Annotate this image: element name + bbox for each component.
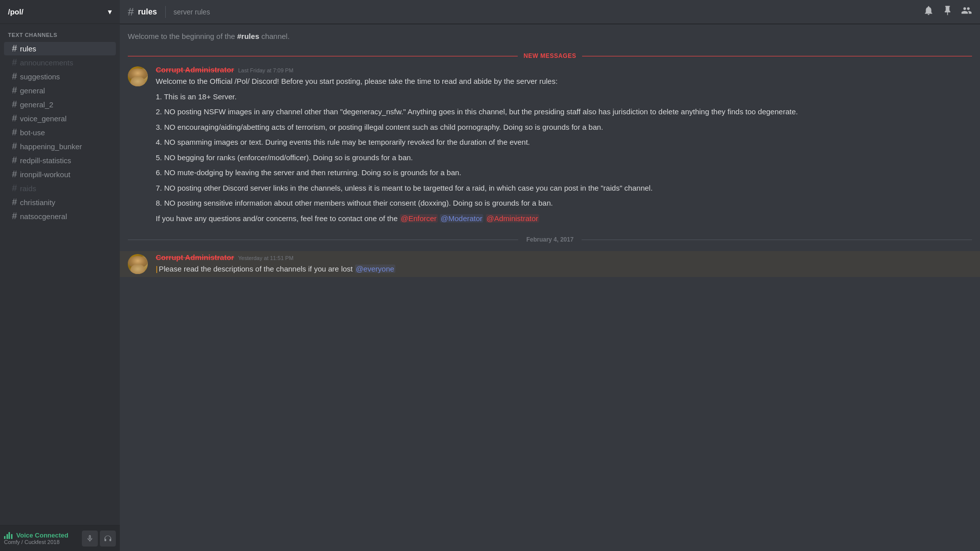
hash-icon: # — [12, 113, 17, 124]
enforcer-mention: @Enforcer — [400, 214, 438, 223]
channel-name-rules: rules — [20, 44, 36, 53]
message-group-2: Corrupt Administrator Yesterday at 11:51… — [120, 251, 980, 277]
date-line-right — [582, 240, 972, 240]
sidebar-item-christianity[interactable]: # christianity — [4, 196, 116, 209]
rule-4: 4. NO spamming images or text. During ev… — [156, 137, 972, 148]
sidebar-item-redpill-statistics[interactable]: # redpill-statistics — [4, 154, 116, 167]
hash-icon: # — [12, 85, 17, 96]
sidebar-item-announcements[interactable]: # announcements — [4, 56, 116, 69]
message-author-1: Corrupt Administrator — [156, 65, 234, 74]
channel-header-name: rules — [138, 7, 157, 16]
rule-intro: Welcome to the Official /Pol/ Discord! B… — [156, 76, 972, 87]
message-header-1: Corrupt Administrator Last Friday at 7:0… — [156, 65, 972, 74]
rule-1: 1. This is an 18+ Server. — [156, 91, 972, 103]
server-header[interactable]: /pol/ ▾ — [0, 0, 120, 24]
channel-header-icons — [923, 5, 972, 18]
hash-icon: # — [12, 43, 17, 54]
voice-bar-2 — [6, 534, 8, 539]
message-text-2: |Please read the descriptions of the cha… — [156, 264, 972, 275]
admin-mention: @Administrator — [486, 214, 540, 223]
voice-bars-icon — [4, 532, 12, 539]
rule-7: 7. NO posting other Discord server links… — [156, 183, 972, 194]
message-content-1: Corrupt Administrator Last Friday at 7:0… — [156, 65, 972, 224]
sidebar-item-general2[interactable]: # general_2 — [4, 98, 116, 111]
new-messages-line-right — [582, 56, 972, 56]
sidebar-item-raids[interactable]: # raids — [4, 182, 116, 195]
moderator-mention: @Moderator — [440, 214, 484, 223]
message-text-1: Welcome to the Official /Pol/ Discord! B… — [156, 76, 972, 224]
hash-icon: # — [12, 155, 17, 166]
voice-bar-1 — [4, 536, 5, 539]
channel-header: # rules server rules — [120, 0, 980, 24]
channel-name-redpill-statistics: redpill-statistics — [20, 156, 71, 165]
voice-section: Voice Connected Comfy / Cuckfest 2018 — [0, 525, 120, 551]
channel-name-voice-general: voice_general — [20, 114, 66, 123]
rule-8: 8. NO posting sensitive information abou… — [156, 198, 972, 209]
new-messages-line-left — [128, 56, 518, 56]
channel-name-natsocgeneral: natsocgeneral — [20, 212, 67, 221]
chevron-down-icon: ▾ — [108, 7, 112, 16]
hash-icon: # — [12, 141, 17, 152]
hash-icon: # — [12, 211, 17, 222]
sidebar-item-happening-bunker[interactable]: # happening_bunker — [4, 140, 116, 153]
sidebar: /pol/ ▾ TEXT CHANNELS # rules # announce… — [0, 0, 120, 551]
voice-deafen-button[interactable] — [100, 531, 116, 547]
sidebar-item-rules[interactable]: # rules — [4, 42, 116, 55]
channel-name-announcements: announcements — [20, 58, 73, 67]
date-divider: February 4, 2017 — [120, 228, 980, 251]
hash-icon: # — [12, 127, 17, 138]
headphone-icon — [104, 535, 112, 543]
main-content: # rules server rules — [120, 0, 980, 551]
voice-controls — [82, 531, 116, 547]
channel-name-general: general — [20, 86, 45, 95]
sidebar-item-general[interactable]: # general — [4, 84, 116, 97]
voice-connected-label: Voice Connected — [16, 532, 69, 539]
voice-bar-3 — [8, 532, 10, 539]
rule-6: 6. NO mute-dodging by leaving the server… — [156, 167, 972, 179]
sidebar-item-suggestions[interactable]: # suggestions — [4, 70, 116, 83]
channel-name-raids: raids — [20, 184, 36, 193]
message-timestamp-2: Yesterday at 11:51 PM — [238, 255, 294, 261]
channel-name-christianity: christianity — [20, 198, 55, 207]
channel-header-left: # rules server rules — [128, 5, 210, 18]
hash-icon: # — [12, 99, 17, 110]
avatar-2 — [128, 254, 148, 274]
date-divider-label: February 4, 2017 — [518, 236, 582, 243]
hash-icon: # — [12, 197, 17, 208]
pin-icon[interactable] — [942, 5, 953, 18]
everyone-mention: @everyone — [355, 265, 395, 273]
rule-3: 3. NO encouraging/aiding/abetting acts o… — [156, 122, 972, 133]
voice-mute-button[interactable] — [82, 531, 98, 547]
sidebar-item-ironpill-workout[interactable]: # ironpill-workout — [4, 168, 116, 181]
message-header-2: Corrupt Administrator Yesterday at 11:51… — [156, 253, 972, 262]
voice-info: Voice Connected Comfy / Cuckfest 2018 — [4, 532, 68, 545]
text-channels-label: TEXT CHANNELS — [0, 32, 120, 40]
channel-name-general2: general_2 — [20, 100, 53, 109]
channel-name-bot-use: bot-use — [20, 128, 45, 137]
sidebar-item-natsocgeneral[interactable]: # natsocgeneral — [4, 210, 116, 223]
hash-icon: # — [12, 169, 17, 180]
channel-header-hash-icon: # — [128, 5, 134, 18]
channel-name-suggestions: suggestions — [20, 72, 60, 81]
server-name: /pol/ — [8, 7, 23, 16]
sidebar-item-voice-general[interactable]: # voice_general — [4, 112, 116, 125]
channel-mention: #rules — [237, 32, 259, 40]
message-highlight-bar: | — [156, 265, 158, 273]
voice-status: Voice Connected — [4, 532, 68, 539]
hash-icon: # — [12, 71, 17, 82]
rule-5: 5. NO begging for ranks (enforcer/mod/of… — [156, 152, 972, 164]
message-content-2: Corrupt Administrator Yesterday at 11:51… — [156, 253, 972, 275]
date-line-left — [128, 240, 518, 240]
channel-start-message: Welcome to the beginning of the #rules c… — [120, 32, 980, 48]
channel-name-ironpill-workout: ironpill-workout — [20, 170, 70, 179]
hash-icon: # — [12, 57, 17, 68]
sidebar-item-bot-use[interactable]: # bot-use — [4, 126, 116, 139]
channel-name-happening-bunker: happening_bunker — [20, 142, 82, 151]
voice-channel-name: Comfy / Cuckfest 2018 — [4, 539, 68, 545]
members-icon[interactable] — [961, 5, 972, 18]
rule-2: 2. NO posting NSFW images in any channel… — [156, 106, 972, 118]
new-messages-label: NEW MESSAGES — [518, 52, 582, 59]
notification-bell-icon[interactable] — [923, 5, 934, 18]
avatar-1 — [128, 66, 148, 86]
messages-area[interactable]: Welcome to the beginning of the #rules c… — [120, 24, 980, 551]
